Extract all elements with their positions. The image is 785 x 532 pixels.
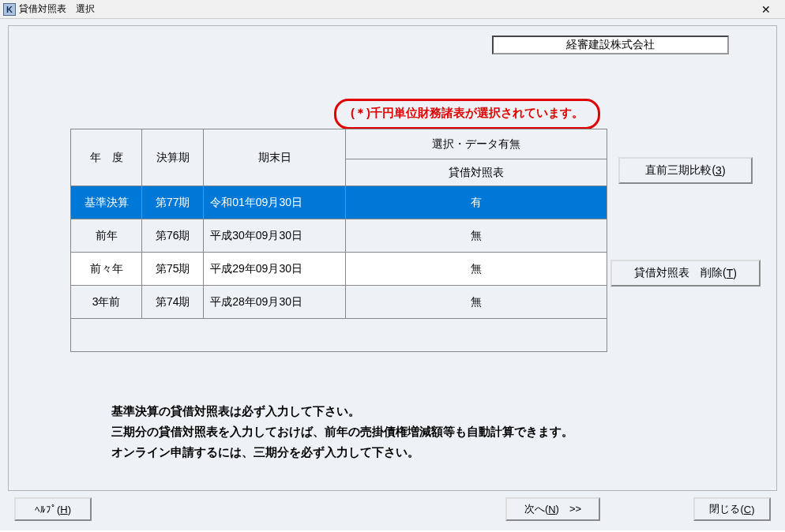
instruction-line-3: オンライン申請するには、三期分を必ず入力して下さい。 [111,442,573,463]
compare-3-periods-button[interactable]: 直前三期比較(3) [618,157,753,184]
cell-end_date: 令和01年09月30日 [204,186,346,219]
cell-status: 無 [346,253,607,286]
delete-balance-sheet-button[interactable]: 貸借対照表 削除(T) [610,260,761,287]
window-title: 貸借対照表 選択 [19,2,750,16]
close-icon[interactable]: ✕ [750,3,782,16]
next-button[interactable]: 次へ(N) >> [505,497,600,521]
title-bar: K 貸借対照表 選択 ✕ [0,0,785,19]
bottom-button-bar: ﾍﾙﾌﾟ(H) 次へ(N) >> 閉じる(C) [8,496,777,523]
cell-term: 第75期 [142,253,204,286]
unit-notice: (＊)千円単位財務諸表が選択されています。 [334,99,600,129]
cell-end_date: 平成29年09月30日 [204,253,346,286]
period-table-body: 基準決算第77期令和01年09月30日有前年第76期平成30年09月30日無前々… [71,186,607,352]
instruction-line-1: 基準決算の貸借対照表は必ず入力して下さい。 [111,401,573,421]
table-row[interactable]: 基準決算第77期令和01年09月30日有 [71,186,607,219]
window-content: 経審建設株式会社 (＊)千円単位財務諸表が選択されています。 年 度 決算期 期… [0,19,785,530]
header-year: 年 度 [71,129,142,186]
app-icon: K [3,3,16,16]
instruction-line-2: 三期分の貸借対照表を入力しておけば、前年の売掛債権増減額等も自動計算できます。 [111,421,573,442]
cell-term: 第77期 [142,186,204,219]
cell-status: 無 [346,286,607,319]
cell-year: 前々年 [71,253,142,286]
cell-year: 3年前 [71,286,142,319]
cell-term: 第74期 [142,286,204,319]
main-panel: 経審建設株式会社 (＊)千円単位財務諸表が選択されています。 年 度 決算期 期… [8,25,777,491]
cell-end_date: 平成28年09月30日 [204,286,346,319]
header-select-group: 選択・データ有無 [346,129,607,159]
help-button[interactable]: ﾍﾙﾌﾟ(H) [14,497,92,521]
table-row[interactable]: 前々年第75期平成29年09月30日無 [71,253,607,286]
table-row[interactable]: 3年前第74期平成28年09月30日無 [71,286,607,319]
instructions: 基準決算の貸借対照表は必ず入力して下さい。 三期分の貸借対照表を入力しておけば、… [111,401,573,463]
header-balance-sheet: 貸借対照表 [346,159,607,186]
table-row[interactable]: 前年第76期平成30年09月30日無 [71,219,607,253]
cell-term: 第76期 [142,219,204,253]
cell-year: 基準決算 [71,186,142,219]
cell-status: 無 [346,219,607,253]
header-end-date: 期末日 [204,129,346,186]
table-filler-row [71,319,607,352]
close-button[interactable]: 閉じる(C) [693,497,771,521]
cell-status: 有 [346,186,607,219]
period-table: 年 度 決算期 期末日 選択・データ有無 貸借対照表 基準決算第77期令和01年… [70,129,607,352]
cell-end_date: 平成30年09月30日 [204,219,346,253]
header-term: 決算期 [142,129,204,186]
cell-year: 前年 [71,219,142,253]
company-name-field: 経審建設株式会社 [492,36,729,54]
